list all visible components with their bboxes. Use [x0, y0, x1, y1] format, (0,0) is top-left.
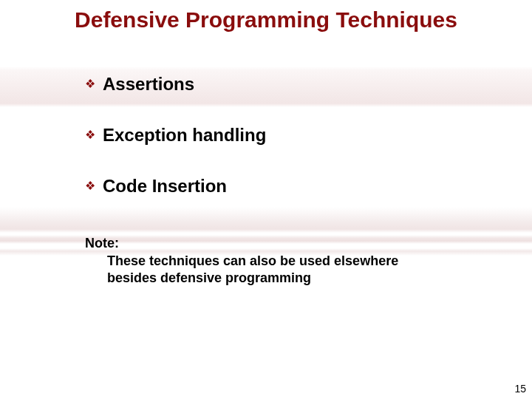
note-block: Note: These techniques can also be used …	[85, 235, 488, 287]
slide-body: ❖ Assertions ❖ Exception handling ❖ Code…	[85, 74, 488, 287]
list-item: ❖ Code Insertion	[85, 176, 488, 197]
page-number: 15	[514, 383, 526, 395]
list-item: ❖ Exception handling	[85, 125, 488, 146]
diamond-bullet-icon: ❖	[85, 78, 95, 90]
diamond-bullet-icon: ❖	[85, 129, 95, 141]
diamond-bullet-icon: ❖	[85, 180, 95, 192]
bullet-text: Code Insertion	[103, 176, 227, 197]
slide: Defensive Programming Techniques ❖ Asser…	[0, 0, 532, 399]
note-body: These techniques can also be used elsewh…	[85, 253, 488, 287]
slide-title: Defensive Programming Techniques	[15, 7, 517, 33]
list-item: ❖ Assertions	[85, 74, 488, 95]
note-line: besides defensive programming	[107, 270, 488, 287]
note-label: Note:	[85, 235, 488, 252]
bullet-text: Exception handling	[103, 125, 266, 146]
note-line: These techniques can also be used elsewh…	[107, 253, 488, 270]
bullet-text: Assertions	[103, 74, 194, 95]
